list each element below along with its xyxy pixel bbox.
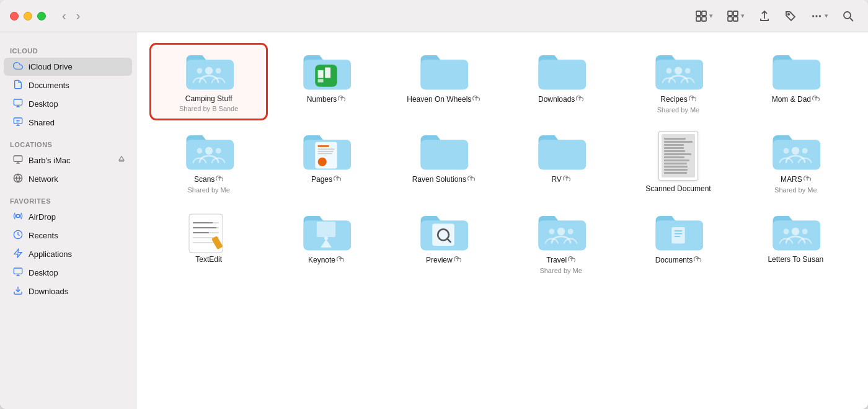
more-button[interactable]: ▾ xyxy=(807,7,832,25)
barbs-imac-eject-button[interactable] xyxy=(117,155,126,166)
svg-rect-18 xyxy=(14,156,22,161)
sidebar-section-favorites: Favorites xyxy=(0,189,136,207)
file-item-travel[interactable]: Travel Shared by Me xyxy=(503,205,618,279)
search-button[interactable] xyxy=(838,7,858,25)
grid-view-button[interactable]: ▾ xyxy=(691,7,717,25)
file-item-numbers[interactable]: Numbers xyxy=(268,45,383,119)
documents-folder-cloud-icon xyxy=(694,255,701,266)
sidebar-item-desktop[interactable]: Desktop xyxy=(4,95,132,113)
file-item-preview[interactable]: Preview xyxy=(386,205,501,279)
textedit-name-row: TextEdit xyxy=(195,255,222,265)
svg-point-37 xyxy=(675,67,682,74)
scans-name: Scans xyxy=(194,175,215,185)
applications-icon xyxy=(12,248,24,260)
desktop-icon xyxy=(12,98,24,110)
documents-folder-name-row: Documents xyxy=(655,255,702,266)
file-item-keynote[interactable]: Keynote xyxy=(268,205,383,279)
downloads-name: Downloads xyxy=(538,95,575,105)
sidebar-item-downloads[interactable]: Downloads xyxy=(4,282,132,300)
travel-name: Travel xyxy=(546,256,567,266)
list-view-button[interactable]: ▾ xyxy=(723,7,748,25)
mars-cloud-icon xyxy=(804,174,811,186)
file-item-documents-folder[interactable]: Documents xyxy=(621,205,735,279)
sidebar-item-barbs-imac[interactable]: Barb's iMac xyxy=(4,151,132,169)
svg-rect-44 xyxy=(318,145,329,147)
sidebar-item-documents[interactable]: Documents xyxy=(4,76,132,94)
file-item-textedit[interactable]: TextEdit xyxy=(151,205,266,279)
airdrop-icon xyxy=(12,211,24,223)
svg-point-41 xyxy=(215,148,221,154)
travel-subtitle: Shared by Me xyxy=(539,267,582,274)
svg-point-11 xyxy=(819,15,821,17)
icloud-drive-label: iCloud Drive xyxy=(29,62,73,71)
svg-point-39 xyxy=(666,68,671,74)
textedit-name: TextEdit xyxy=(195,255,222,265)
svg-point-12 xyxy=(844,12,851,19)
heaven-on-wheels-cloud-icon xyxy=(472,94,480,106)
file-item-mars[interactable]: MARS Shared by Me xyxy=(738,125,853,199)
svg-rect-35 xyxy=(325,68,330,78)
file-item-scans[interactable]: Scans Shared by Me xyxy=(151,125,266,199)
letters-to-susan-name-row: Letters To Susan xyxy=(768,255,823,265)
share-button[interactable] xyxy=(755,7,774,25)
minimize-button[interactable] xyxy=(24,12,32,20)
file-item-letters-to-susan[interactable]: Letters To Susan xyxy=(738,205,853,279)
recipes-name: Recipes xyxy=(660,95,687,105)
numbers-folder-icon xyxy=(301,51,351,91)
keynote-name-row: Keynote xyxy=(308,255,344,266)
scans-subtitle: Shared by Me xyxy=(187,186,229,194)
svg-point-51 xyxy=(784,148,789,154)
tag-button[interactable] xyxy=(781,7,800,25)
sidebar: iCloudiCloud DriveDocumentsDesktopShared… xyxy=(0,32,136,409)
network-label: Network xyxy=(29,174,58,184)
barbs-imac-label: Barb's iMac xyxy=(29,156,71,165)
raven-solutions-name: Raven Solutions xyxy=(412,175,466,185)
recipes-subtitle: Shared by Me xyxy=(657,106,699,114)
svg-line-13 xyxy=(850,18,853,21)
sidebar-item-icloud-drive[interactable]: iCloud Drive xyxy=(4,58,132,76)
sidebar-item-recents[interactable]: Recents xyxy=(4,227,132,245)
file-item-raven-solutions[interactable]: Raven Solutions xyxy=(386,125,501,199)
file-item-scanned-document[interactable]: Scanned Document xyxy=(621,125,735,199)
finder-window: ‹ › ▾ xyxy=(0,0,868,409)
file-item-pages[interactable]: Pages xyxy=(268,125,383,199)
file-item-mom-dad[interactable]: Mom & Dad xyxy=(738,45,853,119)
barbs-imac-icon xyxy=(12,155,24,166)
svg-rect-34 xyxy=(318,70,324,78)
file-item-rv[interactable]: RV xyxy=(503,125,618,199)
desktop-fav-icon xyxy=(12,267,24,279)
back-button[interactable]: ‹ xyxy=(58,7,70,24)
sidebar-item-airdrop[interactable]: AirDrop xyxy=(4,208,132,226)
traffic-lights xyxy=(10,12,46,20)
mars-subtitle: Shared by Me xyxy=(774,186,817,194)
forward-button[interactable]: › xyxy=(73,7,84,24)
scans-folder-icon xyxy=(184,131,234,171)
svg-rect-26 xyxy=(14,268,22,274)
documents-label: Documents xyxy=(29,81,69,90)
svg-point-40 xyxy=(205,147,212,155)
keynote-name: Keynote xyxy=(308,256,335,266)
file-item-heaven-on-wheels[interactable]: Heaven On Wheels xyxy=(386,45,501,119)
scanned-document-name: Scanned Document xyxy=(645,184,711,194)
svg-rect-14 xyxy=(14,99,22,105)
shared-label: Shared xyxy=(29,118,55,127)
svg-rect-46 xyxy=(318,151,334,152)
file-grid: Camping Stuff Shared by B Sande Numbers … xyxy=(151,45,853,279)
close-button[interactable] xyxy=(10,12,19,20)
airdrop-label: AirDrop xyxy=(29,212,56,222)
maximize-button[interactable] xyxy=(37,12,46,20)
sidebar-item-applications[interactable]: Applications xyxy=(4,245,132,263)
svg-rect-7 xyxy=(733,17,738,21)
desktop-label: Desktop xyxy=(29,99,58,109)
sidebar-item-desktop-fav[interactable]: Desktop xyxy=(4,264,132,282)
sidebar-item-shared[interactable]: Shared xyxy=(4,114,132,132)
preview-name: Preview xyxy=(426,256,453,266)
file-item-camping-stuff[interactable]: Camping Stuff Shared by B Sande xyxy=(151,45,266,119)
file-item-recipes[interactable]: Recipes Shared by Me xyxy=(621,45,735,119)
file-item-downloads[interactable]: Downloads xyxy=(503,45,618,119)
sidebar-section-locations: Locations xyxy=(0,132,136,151)
sidebar-item-network[interactable]: Network xyxy=(4,170,132,188)
svg-rect-1 xyxy=(702,11,706,16)
svg-rect-62 xyxy=(317,222,335,237)
svg-point-50 xyxy=(802,148,808,154)
